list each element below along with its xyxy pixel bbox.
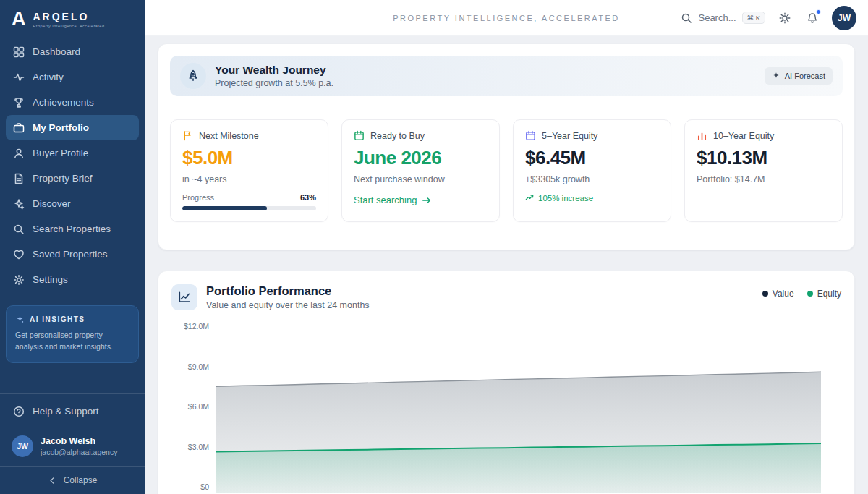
sparkle-icon [772,72,780,80]
stat-card-next-milestone: Next Milestone $5.0M in ~4 years Progres… [170,119,328,222]
line-chart-icon [171,284,197,310]
ai-forecast-label: AI Forecast [785,72,825,80]
notification-dot [816,9,821,14]
sidebar-item-buyer-profile[interactable]: Buyer Profile [6,140,139,166]
five-year-equity-subtext: +$3305k growth [525,174,659,184]
calendar-icon [354,130,365,141]
stat-cards-row: Next Milestone $5.0M in ~4 years Progres… [170,119,843,222]
sidebar-item-achievements[interactable]: Achievements [6,90,139,115]
document-icon [13,173,25,184]
increase-label: 105% increase [538,194,593,203]
divider [0,393,145,394]
main-content: Your Wealth Journey Projected growth at … [145,36,868,494]
performance-title: Portfolio Performance [206,284,370,298]
y-tick-label: $6.0M [188,402,209,411]
sidebar-user[interactable]: JW Jacob Welsh jacob@alphaai.agency [0,428,145,466]
user-avatar[interactable]: JW [832,6,856,30]
help-icon [13,406,25,417]
calendar-icon [525,130,536,141]
notifications-button[interactable] [804,10,820,26]
performance-panel: Portfolio Performance Value and equity o… [158,271,855,494]
stat-label: 5–Year Equity [542,131,597,141]
legend-value: Value [762,289,794,299]
sidebar-item-settings[interactable]: Settings [6,267,139,292]
ready-to-buy-subtext: Next purchase window [354,174,488,184]
progress-percent: 63% [300,193,316,202]
ten-year-equity-value: $10.13M [697,147,830,169]
milestone-value: $5.0M [182,147,316,169]
heart-icon [13,249,25,260]
sidebar: A ARQELO Property Intelligence. Accelera… [0,0,145,494]
stat-card-10-year-equity: 10–Year Equity $10.13M Portfolio: $14.7M [684,119,843,222]
search-placeholder: Search... [698,12,736,23]
rocket-icon [180,63,206,89]
topbar: PROPERTY INTELLIGENCE, ACCELERATED Searc… [145,0,868,36]
wealth-journey-subtitle: Projected growth at 5.5% p.a. [215,78,333,88]
chart-y-axis: $12.0M$9.0M$6.0M$3.0M$0 [171,319,216,493]
briefcase-icon [13,122,25,134]
sidebar-item-activity[interactable]: Activity [6,64,139,90]
stat-label: Ready to Buy [370,131,425,141]
chart-legend: ValueEquity [762,289,841,299]
stat-label: 10–Year Equity [713,131,774,141]
search-shortcut: ⌘ K [742,12,765,24]
legend-dot [762,291,768,297]
ai-forecast-badge[interactable]: AI Forecast [765,67,833,85]
trophy-icon [13,97,25,108]
ai-insights-card[interactable]: AI INSIGHTS Get personalised property an… [6,305,139,363]
legend-dot [807,291,813,297]
ready-to-buy-value: June 2026 [354,147,488,169]
sidebar-nav: Dashboard Activity Achievements My Portf… [0,36,145,292]
sparkles-icon [13,198,25,210]
search-icon [13,223,25,235]
five-year-equity-value: $6.45M [525,147,659,169]
sidebar-item-saved-properties[interactable]: Saved Properties [6,242,139,267]
sidebar-item-discover[interactable]: Discover [6,191,139,216]
sidebar-item-my-portfolio[interactable]: My Portfolio [6,115,139,140]
y-tick-label: $12.0M [184,322,209,331]
sun-icon [779,12,791,24]
ten-year-equity-subtext: Portfolio: $14.7M [697,174,830,184]
search-input[interactable]: Search... ⌘ K [681,12,765,24]
progress-label: Progress [182,193,214,202]
sidebar-item-dashboard[interactable]: Dashboard [6,39,139,64]
legend-label: Equity [817,289,841,299]
sidebar-item-search-properties[interactable]: Search Properties [6,216,139,242]
stat-card-5-year-equity: 5–Year Equity $6.45M +$3305k growth 105%… [513,119,671,222]
start-searching-link[interactable]: Start searching [354,195,488,205]
legend-equity: Equity [807,289,841,299]
help-label: Help & Support [33,406,99,417]
progress-bar-fill [182,206,267,210]
collapse-button[interactable]: Collapse [0,467,145,494]
wealth-journey-banner: Your Wealth Journey Projected growth at … [170,56,843,96]
progress-bar [182,206,316,210]
brand-tagline: Property Intelligence. Accelerated. [33,24,106,28]
y-tick-label: $3.0M [188,443,209,451]
theme-toggle-button[interactable] [777,10,793,26]
brand-logo-icon: A [12,9,26,29]
y-tick-label: $9.0M [188,362,209,371]
stat-label: Next Milestone [199,131,259,141]
sidebar-item-help-support[interactable]: Help & Support [6,399,139,424]
sidebar-item-property-brief[interactable]: Property Brief [6,166,139,191]
activity-icon [13,72,25,83]
performance-chart-svg [216,319,821,493]
sparkle-icon [15,315,25,324]
wealth-journey-title: Your Wealth Journey [215,64,333,77]
start-searching-label: Start searching [354,195,417,205]
collapse-label: Collapse [64,475,98,485]
gear-icon [13,274,25,286]
brand-name: ARQELO [33,11,106,22]
user-name: Jacob Welsh [41,436,117,446]
chevron-left-icon [48,476,57,485]
chart-plot-area [216,319,821,493]
arrow-right-icon [422,195,432,205]
brand: A ARQELO Property Intelligence. Accelera… [0,0,145,36]
topbar-tagline: PROPERTY INTELLIGENCE, ACCELERATED [393,14,620,22]
flag-icon [182,130,193,141]
legend-label: Value [773,289,794,299]
user-email: jacob@alphaai.agency [41,448,117,456]
milestone-subtext: in ~4 years [182,174,316,184]
bar-chart-icon [697,130,707,141]
wealth-panel: Your Wealth Journey Projected growth at … [158,43,855,250]
